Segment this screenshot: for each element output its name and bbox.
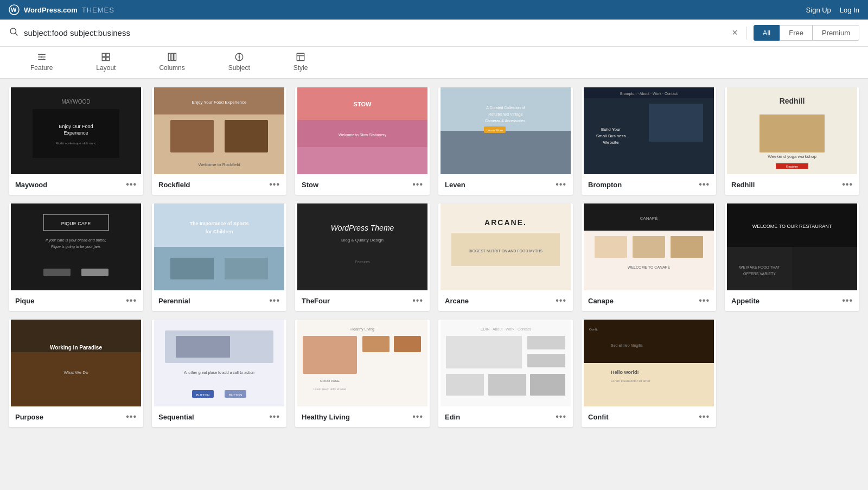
columns-icon — [167, 52, 177, 62]
filter-free-button[interactable]: Free — [780, 25, 813, 41]
filter-all-button[interactable]: All — [754, 25, 780, 41]
theme-card-rockfield[interactable]: Enjoy Your Food Experience Welcome to Ro… — [152, 87, 286, 195]
main-content: MAYWOOD Enjoy Our Food Experience Morbi … — [0, 79, 868, 490]
theme-more-purpose[interactable]: ••• — [126, 412, 137, 422]
theme-thumb-purpose: Working in Paradise What We Do — [9, 320, 143, 406]
theme-name-rockfield: Rockfield — [158, 181, 190, 189]
theme-card-perennial[interactable]: The Importance of Sports for Children Pe… — [152, 203, 286, 311]
theme-card-confit[interactable]: Confit Sed elit leo fringilla Hello worl… — [582, 320, 716, 427]
log-in-link[interactable]: Log In — [840, 6, 859, 14]
wordpress-logo: W — [9, 4, 20, 15]
filter-layout-label: Layout — [96, 64, 116, 72]
theme-more-appetite[interactable]: ••• — [842, 296, 853, 306]
svg-rect-50 — [649, 104, 703, 142]
theme-name-arcane: Arcane — [445, 297, 469, 305]
svg-text:WELCOME TO OUR RESTAURANT: WELCOME TO OUR RESTAURANT — [752, 224, 832, 229]
svg-rect-110 — [362, 336, 390, 352]
theme-card-appetite[interactable]: WELCOME TO OUR RESTAURANT WE MAKE FOOD T… — [725, 203, 859, 311]
svg-rect-111 — [394, 336, 421, 352]
filter-tab-columns[interactable]: Columns — [137, 47, 206, 78]
theme-card-purpose[interactable]: Working in Paradise What We Do Purpose••… — [9, 320, 143, 427]
svg-text:Weekend yoga workshop: Weekend yoga workshop — [768, 154, 816, 159]
theme-card-pique[interactable]: PIQUE CAFE If your cafe is your bread an… — [9, 203, 143, 311]
filter-tab-feature[interactable]: Feature — [9, 47, 74, 78]
search-bar: × All Free Premium — [0, 20, 868, 47]
filter-subject-label: Subject — [228, 64, 250, 72]
theme-more-stow[interactable]: ••• — [412, 180, 423, 189]
theme-more-perennial[interactable]: ••• — [269, 296, 280, 306]
theme-card-thefour[interactable]: WordPress Theme Blog & Quality Design Fe… — [295, 203, 430, 311]
theme-name-thefour: TheFour — [302, 297, 330, 305]
svg-text:Blog & Quality Design: Blog & Quality Design — [341, 238, 384, 243]
theme-thumb-arcane: ARCANE. BIGGEST NUTRITION AND FOOD MYTHS — [438, 203, 573, 290]
theme-card-stow[interactable]: STOW Welcome to Stow Stationery Stow••• — [295, 87, 430, 195]
theme-more-maywood[interactable]: ••• — [126, 180, 137, 189]
svg-text:Brompton · About · Work · Cont: Brompton · About · Work · Contact — [620, 92, 678, 96]
theme-more-rockfield[interactable]: ••• — [269, 180, 280, 189]
theme-card-edin[interactable]: EDIN · About · Work · Contact Edin••• — [438, 320, 573, 427]
filter-tab-style[interactable]: Style — [272, 47, 330, 78]
theme-card-redhill[interactable]: Redhill Weekend yoga workshop Register R… — [725, 87, 859, 195]
theme-card-maywood[interactable]: MAYWOOD Enjoy Our Food Experience Morbi … — [9, 87, 143, 195]
search-clear-button[interactable]: × — [730, 25, 740, 41]
svg-rect-121 — [530, 374, 565, 396]
top-bar: W WordPress.com THEMES Sign Up Log In — [0, 0, 868, 20]
svg-rect-14 — [168, 53, 170, 61]
svg-text:Website: Website — [603, 140, 619, 145]
filter-tab-subject[interactable]: Subject — [207, 47, 272, 78]
svg-rect-72 — [225, 258, 268, 279]
svg-rect-96 — [11, 352, 141, 406]
top-bar-right: Sign Up Log In — [806, 6, 859, 14]
svg-text:Enjoy Our Food: Enjoy Our Food — [59, 124, 93, 129]
theme-footer-rockfield: Rockfield••• — [152, 174, 286, 195]
theme-name-brompton: Brompton — [588, 181, 622, 189]
theme-more-leven[interactable]: ••• — [556, 180, 566, 189]
theme-thumb-appetite: WELCOME TO OUR RESTAURANT WE MAKE FOOD T… — [725, 203, 859, 290]
feature-icon — [37, 52, 47, 62]
theme-more-confit[interactable]: ••• — [699, 412, 710, 422]
theme-footer-appetite: Appetite••• — [725, 290, 859, 311]
theme-more-pique[interactable]: ••• — [126, 296, 137, 306]
svg-text:Healthy Living: Healthy Living — [350, 327, 374, 332]
svg-text:Lorem ipsum dolor sit amet: Lorem ipsum dolor sit amet — [314, 387, 347, 391]
theme-card-sequential[interactable]: Another great place to add a call-to-act… — [152, 320, 286, 427]
svg-rect-119 — [446, 374, 484, 396]
theme-more-brompton[interactable]: ••• — [699, 180, 710, 189]
sign-up-link[interactable]: Sign Up — [806, 6, 831, 14]
theme-footer-stow: Stow••• — [295, 174, 430, 195]
theme-card-arcane[interactable]: ARCANE. BIGGEST NUTRITION AND FOOD MYTHS… — [438, 203, 573, 311]
svg-text:Confit: Confit — [589, 328, 598, 331]
theme-more-redhill[interactable]: ••• — [842, 180, 853, 189]
theme-more-edin[interactable]: ••• — [556, 412, 566, 422]
theme-thumb-redhill: Redhill Weekend yoga workshop Register — [725, 87, 859, 174]
type-filters: All Free Premium — [754, 25, 859, 41]
theme-more-canape[interactable]: ••• — [699, 296, 710, 306]
svg-rect-84 — [595, 236, 627, 258]
themes-label: THEMES — [82, 6, 114, 14]
theme-name-canape: Canape — [588, 297, 614, 305]
search-input[interactable] — [24, 28, 730, 37]
svg-text:What We Do: What We Do — [63, 370, 88, 375]
svg-text:Working in Paradise: Working in Paradise — [50, 345, 102, 351]
theme-footer-thefour: TheFour••• — [295, 290, 430, 311]
svg-text:Refurbished Vintage: Refurbished Vintage — [488, 112, 522, 117]
theme-more-healthyliving[interactable]: ••• — [412, 412, 423, 422]
svg-text:Small Business: Small Business — [596, 133, 626, 138]
theme-thumb-maywood: MAYWOOD Enjoy Our Food Experience Morbi … — [9, 87, 143, 174]
theme-more-sequential[interactable]: ••• — [269, 412, 280, 422]
filter-tabs: Feature Layout Columns Subject Style — [0, 47, 868, 79]
filter-tab-layout[interactable]: Layout — [74, 47, 137, 78]
filter-premium-button[interactable]: Premium — [813, 25, 859, 41]
theme-more-arcane[interactable]: ••• — [556, 296, 566, 306]
theme-card-brompton[interactable]: Brompton · About · Work · Contact Build … — [582, 87, 716, 195]
theme-footer-perennial: Perennial••• — [152, 290, 286, 311]
theme-thumb-edin: EDIN · About · Work · Contact — [438, 320, 573, 406]
theme-card-healthyliving[interactable]: Healthy Living GOOD PAGE Lorem ipsum dol… — [295, 320, 430, 427]
theme-name-appetite: Appetite — [731, 297, 760, 305]
theme-thumb-brompton: Brompton · About · Work · Contact Build … — [582, 87, 716, 174]
svg-text:BIGGEST NUTRITION AND FOOD MYT: BIGGEST NUTRITION AND FOOD MYTHS — [469, 249, 542, 253]
svg-text:Sed elit leo fringilla: Sed elit leo fringilla — [611, 343, 643, 348]
theme-card-leven[interactable]: A Curated Collection of Refurbished Vint… — [438, 87, 573, 195]
theme-card-canape[interactable]: CANAPÉ WELCOME TO CANAPÉ Canape••• — [582, 203, 716, 311]
theme-more-thefour[interactable]: ••• — [412, 296, 423, 306]
